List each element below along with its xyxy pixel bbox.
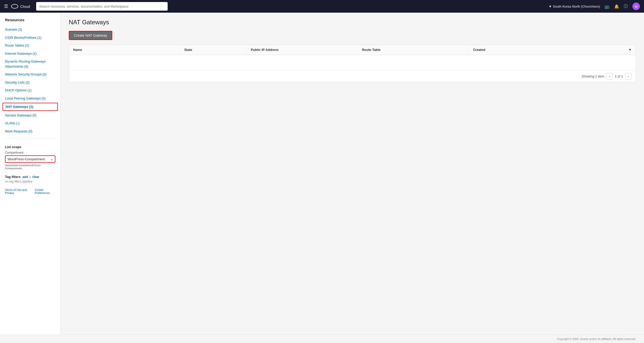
table-header: Name State Public IP Address Route Table… bbox=[69, 45, 636, 55]
main-layout: Resources Subnets (2) CIDR Blocks/Prefix… bbox=[0, 13, 644, 335]
column-header-public-ip: Public IP Address bbox=[247, 45, 358, 55]
tag-links-separator: | bbox=[30, 175, 31, 179]
sidebar-item-network-security-groups[interactable]: Network Security Groups (0) bbox=[0, 70, 60, 78]
compartment-select-wrap[interactable]: WordPress-Compartment bbox=[5, 155, 55, 163]
tag-filters-title: Tag filters add | clear bbox=[5, 175, 55, 179]
compartment-label: Compartment bbox=[5, 151, 55, 154]
sidebar-item-nat-gateways[interactable]: NAT Gateways (1) bbox=[3, 103, 58, 111]
sidebar-divider bbox=[5, 138, 55, 138]
region-selector[interactable]: ▼ South Korea North (Chuncheon) bbox=[549, 5, 600, 8]
sidebar-section-title: Resources bbox=[0, 18, 60, 26]
sidebar-item-local-peering[interactable]: Local Peering Gateways (0) bbox=[0, 94, 60, 103]
sidebar-item-internet-gateways[interactable]: Internet Gateways (1) bbox=[0, 50, 60, 58]
sidebar-footer: Terms of Use and Privacy Cookie Preferen… bbox=[0, 184, 60, 195]
terms-link[interactable]: Terms of Use and Privacy bbox=[5, 188, 32, 194]
showing-count: Showing 1 item bbox=[582, 74, 604, 78]
help-icon[interactable]: ⓘ bbox=[624, 4, 628, 9]
top-navigation: ☰ Cloud ▼ South Korea North (Chuncheon) … bbox=[0, 0, 644, 13]
hamburger-menu-icon[interactable]: ☰ bbox=[4, 4, 8, 9]
sidebar-item-vlans[interactable]: VLANs (-) bbox=[0, 119, 60, 127]
page-indicator: 1 of 1 bbox=[615, 74, 623, 78]
logo: Cloud bbox=[11, 4, 30, 9]
sidebar-item-work-requests[interactable]: Work Requests (0) bbox=[0, 127, 60, 135]
region-label: South Korea North (Chuncheon) bbox=[553, 5, 600, 8]
column-header-state: State bbox=[180, 45, 247, 55]
sidebar-item-service-gateways[interactable]: Service Gateways (0) bbox=[0, 111, 60, 119]
copyright-text: Copyright © 2025, Oracle and/or its affi… bbox=[557, 337, 636, 340]
column-header-route-table: Route Table bbox=[358, 45, 469, 55]
sidebar-item-dhcp-options[interactable]: DHCP Options (1) bbox=[0, 86, 60, 94]
main-content: NAT Gateways Create NAT Gateway Name Sta… bbox=[61, 13, 644, 335]
sidebar-item-security-lists[interactable]: Security Lists (2) bbox=[0, 78, 60, 87]
tag-filters-section: Tag filters add | clear no tag filters a… bbox=[0, 171, 60, 184]
prev-page-button[interactable]: ‹ bbox=[606, 73, 613, 79]
topnav-right: ▼ South Korea North (Chuncheon) 📺 🔔 ⓘ U bbox=[549, 3, 640, 10]
cookie-link[interactable]: Cookie Preferences bbox=[35, 188, 55, 194]
nat-gateways-table-card: Name State Public IP Address Route Table… bbox=[69, 45, 636, 82]
page-footer: Copyright © 2025, Oracle and/or its affi… bbox=[0, 335, 644, 343]
no-tag-filters-text: no tag filters applied bbox=[5, 180, 55, 183]
bell-icon[interactable]: 🔔 bbox=[614, 4, 619, 9]
next-page-button[interactable]: › bbox=[625, 73, 632, 79]
add-tag-filter-link[interactable]: add bbox=[23, 175, 28, 179]
column-header-created[interactable]: Created ▼ bbox=[469, 45, 636, 55]
sidebar: Resources Subnets (2) CIDR Blocks/Prefix… bbox=[0, 13, 61, 335]
page-title: NAT Gateways bbox=[69, 19, 636, 26]
search-input[interactable] bbox=[39, 5, 165, 8]
tag-filter-links: add | clear bbox=[23, 175, 39, 179]
chevron-down-icon: ▼ bbox=[549, 5, 552, 8]
create-nat-gateway-button[interactable]: Create NAT Gateway bbox=[69, 31, 112, 40]
sidebar-item-cidr-blocks[interactable]: CIDR Blocks/Prefixes (1) bbox=[0, 34, 60, 42]
monitor-icon[interactable]: 📺 bbox=[605, 4, 610, 9]
compartment-select[interactable]: WordPress-Compartment bbox=[5, 155, 55, 163]
search-bar[interactable] bbox=[36, 2, 168, 11]
sidebar-item-dynamic-routing[interactable]: Dynamic Routing Gateways Attachments (0) bbox=[0, 57, 60, 70]
clear-tag-filter-link[interactable]: clear bbox=[32, 175, 39, 179]
table-body bbox=[69, 55, 636, 70]
user-avatar[interactable]: U bbox=[632, 3, 640, 10]
list-scope-section: List scope Compartment WordPress-Compart… bbox=[0, 142, 60, 171]
table-footer: Showing 1 item ‹ 1 of 1 › bbox=[69, 70, 636, 82]
column-header-name: Name bbox=[69, 45, 180, 55]
sidebar-item-route-tables[interactable]: Route Tables (2) bbox=[0, 42, 60, 50]
sort-icon: ▼ bbox=[628, 48, 632, 52]
oracle-logo-icon bbox=[11, 4, 18, 9]
list-scope-title: List scope bbox=[5, 145, 55, 149]
compartment-path: datahands (root)/WordPress-Compartment bbox=[5, 164, 55, 170]
app-name: Cloud bbox=[20, 4, 30, 9]
sidebar-item-subnets[interactable]: Subnets (2) bbox=[0, 26, 60, 34]
